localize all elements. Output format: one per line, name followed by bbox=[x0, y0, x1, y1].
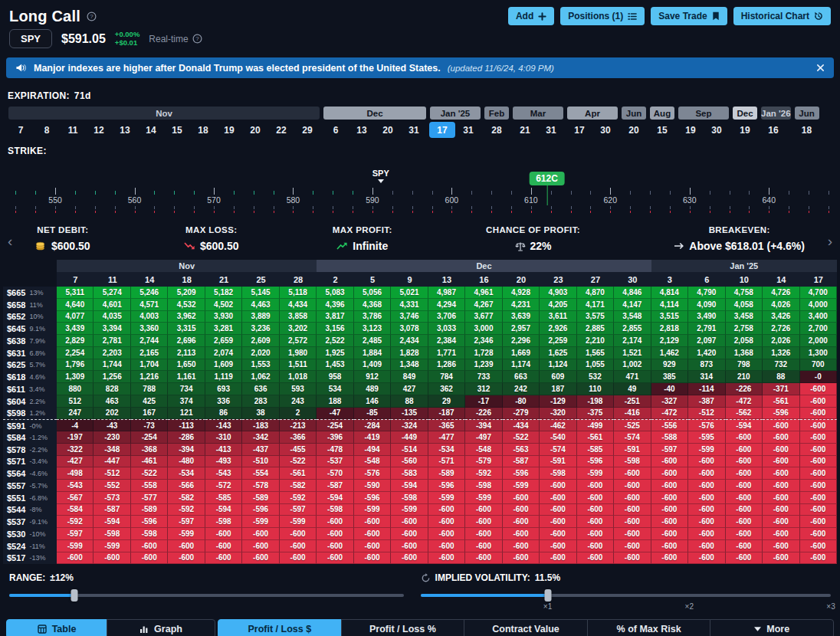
pl-cell[interactable]: 1,925 bbox=[317, 347, 353, 359]
pl-cell[interactable]: -17 bbox=[465, 395, 502, 408]
pl-cell[interactable]: 38 bbox=[242, 408, 279, 420]
pl-cell[interactable]: -600 bbox=[763, 444, 799, 456]
pl-cell[interactable]: -540 bbox=[540, 431, 576, 444]
pl-cell[interactable]: -600 bbox=[242, 528, 279, 540]
pl-cell[interactable]: 880 bbox=[57, 383, 94, 395]
pl-cell[interactable]: -600 bbox=[800, 383, 837, 395]
pl-cell[interactable]: -600 bbox=[354, 528, 391, 540]
pl-cell[interactable]: 2,855 bbox=[614, 323, 651, 335]
pl-cell[interactable]: -600 bbox=[465, 552, 502, 565]
pl-cell[interactable]: -566 bbox=[168, 480, 205, 492]
pl-cell[interactable]: -375 bbox=[577, 408, 614, 420]
pl-cell[interactable]: -600 bbox=[763, 480, 799, 492]
pl-cell[interactable]: -600 bbox=[540, 492, 576, 504]
pl-cell[interactable]: 4,814 bbox=[651, 287, 688, 299]
pl-cell[interactable]: 4,961 bbox=[465, 287, 502, 299]
pl-cell[interactable]: -600 bbox=[651, 528, 688, 540]
add-button[interactable]: Add bbox=[508, 7, 554, 25]
pl-cell[interactable]: -600 bbox=[800, 480, 837, 492]
expiration-date-Dec-20[interactable]: 20 bbox=[375, 122, 401, 138]
pl-cell[interactable]: 2,791 bbox=[688, 323, 725, 335]
pl-cell[interactable]: 4,532 bbox=[168, 299, 205, 311]
pl-cell[interactable]: 4,502 bbox=[205, 299, 242, 311]
pl-cell[interactable]: 3,611 bbox=[540, 311, 576, 323]
month-tab-nov[interactable]: Nov bbox=[8, 107, 320, 120]
pl-cell[interactable]: 2,434 bbox=[391, 335, 428, 347]
pl-cell[interactable]: 4,267 bbox=[465, 299, 502, 311]
pl-cell[interactable]: 3,000 bbox=[465, 323, 502, 335]
pl-cell[interactable]: -599 bbox=[57, 540, 94, 552]
matrix-date-header[interactable]: 6 bbox=[688, 272, 725, 287]
pl-cell[interactable]: -600 bbox=[651, 540, 688, 552]
pl-cell[interactable]: 4,090 bbox=[688, 299, 725, 311]
pl-cell[interactable]: 1,828 bbox=[391, 347, 428, 359]
matrix-date-header[interactable]: 21 bbox=[205, 272, 242, 287]
pl-cell[interactable]: 146 bbox=[354, 395, 391, 408]
expiration-date-Nov-15[interactable]: 15 bbox=[164, 122, 190, 138]
pl-cell[interactable]: -600 bbox=[317, 552, 353, 565]
pl-cell[interactable]: -595 bbox=[688, 431, 725, 444]
pl-cell[interactable]: -600 bbox=[465, 528, 502, 540]
expiration-date-Jan25-17[interactable]: 17 bbox=[429, 122, 455, 138]
pl-cell[interactable]: 1,348 bbox=[391, 359, 428, 372]
pl-cell[interactable]: 2,174 bbox=[614, 335, 651, 347]
pl-cell[interactable]: 1,884 bbox=[354, 347, 391, 359]
pl-cell[interactable]: -600 bbox=[800, 540, 837, 552]
pl-cell[interactable]: -113 bbox=[168, 419, 205, 431]
tab--of-max-risk[interactable]: % of Max Risk bbox=[587, 619, 711, 636]
pl-cell[interactable]: -600 bbox=[428, 528, 465, 540]
pl-cell[interactable]: -600 bbox=[503, 516, 540, 528]
pl-cell[interactable]: 4,928 bbox=[503, 287, 540, 299]
pl-cell[interactable]: -600 bbox=[577, 516, 614, 528]
pl-cell[interactable]: 1,368 bbox=[726, 347, 763, 359]
pl-cell[interactable]: 828 bbox=[94, 383, 130, 395]
pl-cell[interactable]: -548 bbox=[354, 456, 391, 468]
expiration-date-Jan25-31[interactable]: 31 bbox=[455, 122, 481, 138]
pl-cell[interactable]: 49 bbox=[614, 383, 651, 395]
pl-cell[interactable]: 2,020 bbox=[242, 347, 279, 359]
tab-graph[interactable]: Graph bbox=[107, 619, 215, 636]
pl-cell[interactable]: -600 bbox=[688, 504, 725, 516]
info-icon[interactable]: ? bbox=[87, 11, 97, 21]
pl-cell[interactable]: -596 bbox=[577, 456, 614, 468]
pl-cell[interactable]: -543 bbox=[205, 467, 242, 480]
pl-cell[interactable]: 210 bbox=[726, 371, 763, 383]
pl-cell[interactable]: 1,553 bbox=[242, 359, 279, 372]
pl-cell[interactable]: -600 bbox=[577, 492, 614, 504]
pl-cell[interactable]: -600 bbox=[428, 540, 465, 552]
pl-cell[interactable]: 3,639 bbox=[503, 311, 540, 323]
pl-cell[interactable]: -594 bbox=[726, 419, 763, 431]
pl-cell[interactable]: -582 bbox=[280, 480, 317, 492]
matrix-date-header[interactable]: 27 bbox=[577, 272, 614, 287]
pl-cell[interactable]: -588 bbox=[651, 431, 688, 444]
pl-cell[interactable]: -493 bbox=[205, 456, 242, 468]
pl-cell[interactable]: -592 bbox=[168, 504, 205, 516]
pl-cell[interactable]: 3,426 bbox=[763, 311, 799, 323]
pl-cell[interactable]: -573 bbox=[94, 492, 130, 504]
pl-cell[interactable]: 5,182 bbox=[205, 287, 242, 299]
pl-cell[interactable]: 5,311 bbox=[57, 287, 94, 299]
pl-cell[interactable]: -592 bbox=[465, 467, 502, 480]
pl-cell[interactable]: 3,236 bbox=[242, 323, 279, 335]
pl-cell[interactable]: 1,521 bbox=[614, 347, 651, 359]
pl-cell[interactable]: 5,083 bbox=[317, 287, 353, 299]
range-slider[interactable] bbox=[9, 589, 404, 609]
pl-cell[interactable]: -600 bbox=[317, 516, 353, 528]
pl-cell[interactable]: 2,026 bbox=[763, 335, 799, 347]
pl-cell[interactable]: -579 bbox=[465, 456, 502, 468]
pl-cell[interactable]: 242 bbox=[503, 383, 540, 395]
pl-cell[interactable]: -525 bbox=[614, 419, 651, 431]
pl-cell[interactable]: -599 bbox=[391, 504, 428, 516]
pl-cell[interactable]: -600 bbox=[503, 492, 540, 504]
pl-cell[interactable]: 2,074 bbox=[205, 347, 242, 359]
pl-cell[interactable]: 4,434 bbox=[280, 299, 317, 311]
pl-cell[interactable]: 283 bbox=[242, 395, 279, 408]
pl-cell[interactable]: -600 bbox=[800, 456, 837, 468]
pl-cell[interactable]: 798 bbox=[726, 359, 763, 372]
pl-cell[interactable]: 1,174 bbox=[503, 359, 540, 372]
pl-cell[interactable]: -599 bbox=[688, 444, 725, 456]
pl-cell[interactable]: -599 bbox=[242, 516, 279, 528]
month-tab-jan25[interactable]: Jan '25 bbox=[430, 107, 481, 120]
matrix-date-header[interactable]: 10 bbox=[726, 272, 763, 287]
pl-cell[interactable]: 247 bbox=[57, 408, 94, 420]
